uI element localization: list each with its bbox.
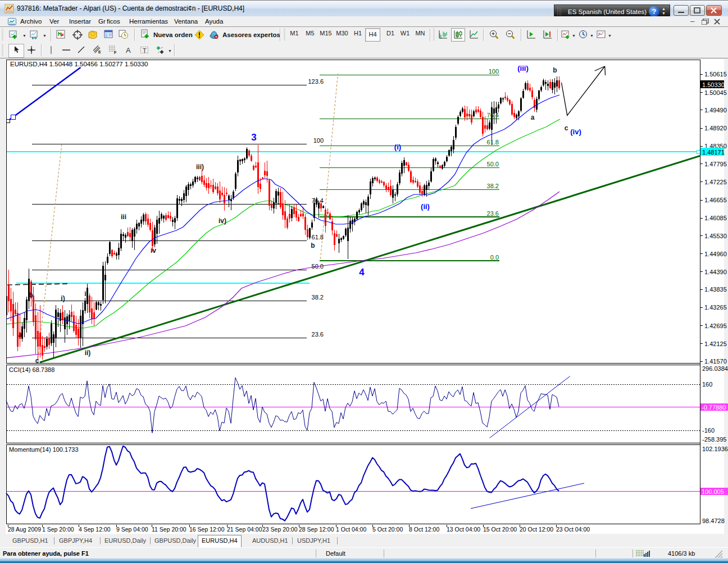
- svg-text:1.43265: 1.43265: [704, 304, 727, 311]
- svg-text:a: a: [19, 331, 22, 339]
- svg-text:61.8: 61.8: [312, 234, 324, 240]
- svg-text:1.48171: 1.48171: [702, 149, 725, 156]
- svg-text:15 Oct 20:00: 15 Oct 20:00: [483, 526, 517, 533]
- svg-text:b: b: [311, 242, 315, 249]
- svg-text:b: b: [29, 291, 33, 299]
- svg-text:i): i): [61, 294, 65, 302]
- svg-text:296.0384: 296.0384: [702, 365, 728, 372]
- svg-text:iv): iv): [219, 217, 226, 225]
- svg-text:(iv): (iv): [570, 128, 581, 136]
- svg-text:1 Oct 04:00: 1 Oct 04:00: [336, 526, 366, 533]
- svg-text:100: 100: [489, 68, 499, 75]
- svg-text:11 Sep 20:00: 11 Sep 20:00: [152, 526, 186, 533]
- svg-text:1.46085: 1.46085: [704, 215, 727, 221]
- svg-text:23 Oct 04:00: 23 Oct 04:00: [556, 526, 590, 533]
- svg-text:13 Oct 04:00: 13 Oct 04:00: [447, 526, 480, 533]
- svg-text:(i): (i): [394, 143, 401, 151]
- svg-text:100.005: 100.005: [702, 488, 724, 495]
- svg-text:4: 4: [359, 267, 365, 278]
- svg-text:EURUSD,H4 1.50448 1.50456 1.5: EURUSD,H4 1.50448 1.50456 1.50277 1.5033…: [10, 61, 148, 67]
- svg-text:a: a: [531, 113, 535, 121]
- svg-text:50.0: 50.0: [312, 263, 324, 270]
- svg-text:0.0: 0.0: [490, 254, 499, 261]
- svg-text:100: 100: [313, 137, 324, 144]
- svg-text:1.44390: 1.44390: [704, 269, 727, 275]
- svg-text:1.41570: 1.41570: [704, 358, 727, 365]
- svg-text:-160: -160: [702, 427, 715, 434]
- svg-text:Momentum(14) 100.1733: Momentum(14) 100.1733: [9, 446, 79, 453]
- svg-text:-258.395: -258.395: [702, 436, 726, 443]
- svg-text:1.47225: 1.47225: [704, 179, 727, 185]
- svg-text:8 Oct 12:00: 8 Oct 12:00: [409, 526, 439, 533]
- svg-text:4 Sep 12:00: 4 Sep 12:00: [79, 526, 111, 533]
- svg-text:c: c: [565, 124, 568, 132]
- svg-text:123.6: 123.6: [308, 78, 324, 85]
- svg-text:1.42695: 1.42695: [704, 323, 727, 329]
- svg-text:b: b: [553, 66, 557, 74]
- svg-text:3: 3: [251, 132, 256, 143]
- svg-text:38.2: 38.2: [312, 294, 324, 301]
- svg-text:(iii): (iii): [517, 64, 529, 72]
- svg-text:ii): ii): [85, 349, 91, 357]
- svg-text:CCI(14) 68.7388: CCI(14) 68.7388: [9, 366, 54, 373]
- svg-text:38.2: 38.2: [487, 183, 499, 189]
- svg-text:1.50615: 1.50615: [704, 71, 727, 78]
- svg-text:1.50045: 1.50045: [704, 89, 727, 96]
- svg-text:1 Sep 20:00: 1 Sep 20:00: [42, 526, 74, 533]
- svg-text:20 Oct 12:00: 20 Oct 12:00: [520, 526, 553, 533]
- svg-text:(ii): (ii): [421, 202, 430, 211]
- svg-text:1.49490: 1.49490: [704, 107, 727, 113]
- svg-text:1.47795: 1.47795: [704, 161, 727, 167]
- svg-text:1.42125: 1.42125: [704, 340, 727, 347]
- svg-text:98.4728: 98.4728: [702, 517, 725, 524]
- svg-text:iii: iii: [121, 213, 126, 221]
- svg-text:1.45530: 1.45530: [704, 233, 727, 239]
- svg-text:1.50330: 1.50330: [702, 81, 725, 88]
- svg-text:1.44960: 1.44960: [704, 251, 727, 257]
- svg-text:102.1936: 102.1936: [702, 446, 728, 452]
- svg-text:iii): iii): [196, 163, 204, 171]
- svg-text:76.4: 76.4: [487, 112, 499, 119]
- svg-text:1.43835: 1.43835: [704, 286, 727, 293]
- svg-text:i: i: [84, 290, 86, 298]
- svg-text:28 Aug 2009: 28 Aug 2009: [8, 526, 41, 533]
- svg-text:23 Sep 20:00: 23 Sep 20:00: [262, 526, 298, 533]
- svg-text:1.48920: 1.48920: [704, 125, 727, 131]
- svg-text:23.6: 23.6: [487, 210, 499, 217]
- svg-text:-0.77880: -0.77880: [702, 404, 726, 411]
- svg-text:50.0: 50.0: [487, 161, 499, 167]
- svg-text:iv: iv: [151, 247, 156, 255]
- svg-text:1.46655: 1.46655: [704, 197, 727, 203]
- svg-text:5 Oct 20:00: 5 Oct 20:00: [372, 526, 403, 533]
- svg-text:c: c: [35, 357, 39, 365]
- svg-text:28 Sep 12:00: 28 Sep 12:00: [299, 526, 334, 533]
- svg-text:61.8: 61.8: [487, 139, 499, 146]
- svg-text:21 Sep 04:00: 21 Sep 04:00: [227, 526, 262, 533]
- svg-text:23.6: 23.6: [312, 331, 324, 338]
- svg-text:9 Sep 04:00: 9 Sep 04:00: [116, 526, 148, 533]
- svg-text:76.4: 76.4: [312, 197, 324, 204]
- svg-text:160: 160: [702, 381, 712, 388]
- svg-text:16 Sep 12:00: 16 Sep 12:00: [189, 526, 225, 533]
